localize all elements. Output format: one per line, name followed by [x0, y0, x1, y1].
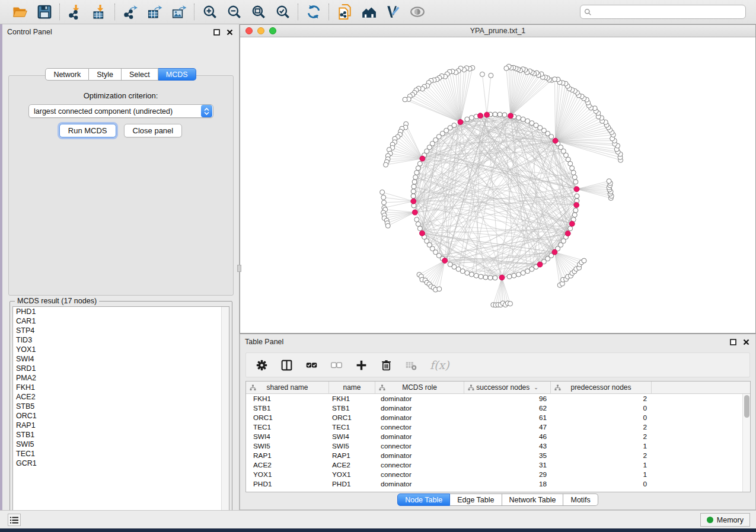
tab-motifs[interactable]: Motifs — [563, 493, 598, 506]
zoom-selected-icon[interactable] — [275, 4, 291, 20]
tab-network-table[interactable]: Network Table — [502, 493, 564, 506]
table-rows: FKH1FKH1dominator962STB1STB1dominator620… — [246, 394, 750, 489]
criterion-select[interactable]: largest connected component (undirected) — [28, 104, 213, 118]
column-settings-icon[interactable] — [256, 359, 268, 371]
table-panel: Table Panel f(x) sh — [240, 334, 756, 510]
export-network-document-icon[interactable] — [336, 4, 352, 20]
memory-status-icon — [707, 517, 713, 523]
column-header-successor-nodes[interactable]: successor nodes ⌄ — [464, 382, 551, 393]
mcds-result-item[interactable]: GCR1 — [13, 459, 229, 468]
first-neighbors-icon[interactable] — [361, 4, 377, 20]
mcds-result-item[interactable]: SWI5 — [13, 440, 229, 449]
tab-network[interactable]: Network — [45, 68, 89, 81]
mcds-result-item[interactable]: SWI4 — [13, 354, 229, 364]
hide-selected-icon[interactable] — [409, 4, 425, 20]
show-graphics-details-icon[interactable] — [385, 4, 401, 20]
mcds-result-item[interactable]: STB1 — [13, 430, 229, 440]
zoom-out-icon[interactable] — [226, 4, 242, 20]
memory-label: Memory — [717, 516, 744, 524]
zoom-in-icon[interactable] — [202, 4, 218, 20]
task-history-button[interactable] — [8, 514, 21, 526]
mcds-result-item[interactable]: STB5 — [13, 402, 229, 411]
network-window-titlebar[interactable]: YPA_prune.txt_1 — [240, 25, 755, 37]
mcds-result-list[interactable]: PHD1CAR1STP4TID3YOX1SWI4SRD1PMA2FKH1ACE2… — [12, 306, 229, 519]
network-view-window: YPA_prune.txt_1 — [240, 24, 756, 334]
mcds-result-item[interactable]: TID3 — [13, 335, 229, 345]
show-column-icon[interactable] — [280, 359, 293, 371]
tab-select[interactable]: Select — [122, 68, 158, 81]
desktop-wallpaper-bottom — [0, 528, 756, 532]
tab-style[interactable]: Style — [89, 68, 122, 81]
close-table-panel-icon[interactable] — [741, 337, 751, 347]
column-header-predecessor-nodes[interactable]: predecessor nodes — [551, 382, 652, 393]
criterion-selected-value: largest connected component (undirected) — [29, 107, 201, 116]
import-table-icon[interactable] — [91, 4, 107, 20]
mcds-result-item[interactable]: FKH1 — [13, 383, 229, 392]
table-row[interactable]: RAP1RAP1dominator352 — [246, 451, 750, 460]
mcds-result-item[interactable]: TEC1 — [13, 449, 229, 459]
table-row[interactable]: FKH1FKH1dominator962 — [246, 394, 750, 403]
mcds-result-fieldset: MCDS result (17 nodes) PHD1CAR1STP4TID3Y… — [9, 301, 232, 522]
network-graph — [240, 37, 755, 333]
add-column-icon[interactable] — [355, 359, 368, 371]
tab-node-table[interactable]: Node Table — [397, 493, 450, 506]
mcds-result-item[interactable]: SRD1 — [13, 364, 229, 373]
float-panel-icon[interactable] — [212, 27, 221, 37]
export-network-icon[interactable] — [122, 4, 138, 20]
control-panel-title: Control Panel — [7, 28, 52, 36]
column-header-name[interactable]: name — [329, 382, 375, 393]
open-session-icon[interactable] — [12, 4, 28, 20]
apply-layout-icon[interactable] — [305, 4, 321, 20]
mcds-result-item[interactable]: PMA2 — [13, 373, 229, 383]
mcds-result-item[interactable]: ACE2 — [13, 392, 229, 402]
run-mcds-button[interactable]: Run MCDS — [59, 124, 116, 137]
network-column-icon — [379, 384, 385, 391]
column-header-shared-name[interactable]: shared name — [246, 382, 329, 393]
network-column-icon — [554, 384, 561, 391]
mcds-result-item[interactable]: PHD1 — [13, 307, 229, 316]
mcds-result-item[interactable]: YOX1 — [13, 345, 229, 354]
network-column-icon — [250, 384, 256, 391]
tab-edge-table[interactable]: Edge Table — [450, 493, 502, 506]
table-row[interactable]: ACE2ACE2connector311 — [246, 460, 750, 470]
import-network-icon[interactable] — [67, 4, 83, 20]
delete-column-icon[interactable] — [380, 359, 393, 371]
table-toolbar: f(x) — [245, 352, 750, 377]
node-table: shared name name MCDS role successor nod… — [245, 381, 751, 492]
tab-mcds[interactable]: MCDS — [158, 68, 196, 81]
network-column-icon — [468, 384, 474, 391]
column-header-mcds-role[interactable]: MCDS role — [375, 382, 464, 393]
network-window-title: YPA_prune.txt_1 — [240, 27, 755, 35]
save-session-icon[interactable] — [36, 4, 52, 20]
memory-button[interactable]: Memory — [700, 513, 750, 527]
table-row[interactable]: STB1STB1dominator620 — [246, 403, 750, 413]
unselect-all-rows-icon[interactable] — [330, 359, 343, 371]
zoom-fit-icon[interactable] — [250, 4, 266, 20]
sort-descending-icon: ⌄ — [534, 384, 538, 390]
network-canvas[interactable] — [240, 37, 755, 333]
table-row[interactable]: TEC1TEC1connector472 — [246, 422, 750, 432]
select-stepper-icon — [201, 105, 212, 117]
table-row[interactable]: PHD1PHD1dominator180 — [246, 479, 750, 489]
table-scrollbar[interactable] — [742, 394, 750, 492]
table-row[interactable]: SWI5SWI5connector431 — [246, 441, 750, 451]
splitter-handle[interactable] — [237, 265, 241, 272]
table-row[interactable]: YOX1YOX1connector291 — [246, 470, 750, 479]
mcds-list-scrollbar[interactable] — [221, 307, 229, 518]
mcds-result-item[interactable]: ORC1 — [13, 411, 229, 421]
mcds-result-item[interactable]: CAR1 — [13, 316, 229, 326]
mcds-result-item[interactable]: RAP1 — [13, 421, 229, 430]
close-panel-icon[interactable] — [225, 27, 234, 37]
float-table-panel-icon[interactable] — [728, 337, 738, 347]
export-table-icon[interactable] — [146, 4, 162, 20]
export-image-icon[interactable] — [171, 4, 187, 20]
table-row[interactable]: SWI4SWI4dominator462 — [246, 432, 750, 441]
search-field[interactable] — [580, 5, 746, 19]
select-all-rows-icon[interactable] — [305, 359, 318, 371]
close-panel-button[interactable]: Close panel — [124, 124, 183, 137]
mcds-result-item[interactable]: STP4 — [13, 326, 229, 335]
search-input[interactable] — [595, 8, 742, 16]
control-panel-tabs: Network Style Select MCDS — [2, 68, 239, 81]
table-row[interactable]: ORC1ORC1dominator610 — [246, 413, 750, 422]
table-scrollbar-thumb[interactable] — [744, 395, 749, 418]
